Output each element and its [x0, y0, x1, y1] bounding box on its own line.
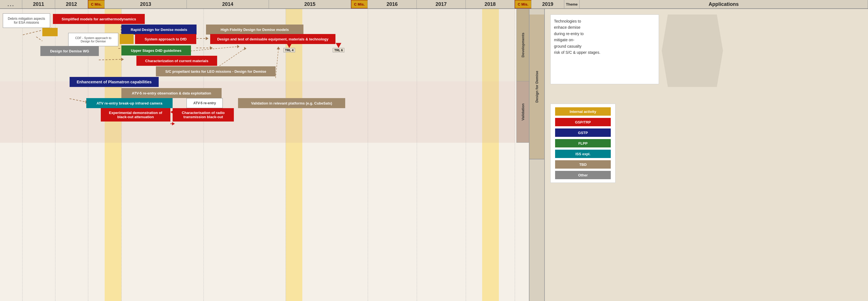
header-2011: 2011	[22, 0, 55, 8]
upper-stages-box: Upper Stages D4D guidelines	[121, 46, 191, 55]
trl6-marker: TRL 6	[333, 43, 344, 52]
trl4-label: TRL 4	[283, 48, 295, 52]
validation-bg	[0, 81, 515, 143]
exp-demo-box: Experimental demonstration ofblack-out a…	[101, 108, 170, 121]
legend-item-other: Other	[555, 171, 611, 179]
sc-propellant-box: S/C propellant tanks for LEO missions - …	[156, 66, 276, 76]
developments-label: Developments	[521, 33, 525, 57]
legend-other-color: Other	[555, 171, 611, 179]
gold-box-2011	[42, 28, 58, 36]
legend-item-internal: Internal activity	[555, 107, 611, 116]
developments-theme: Developments	[517, 9, 529, 81]
rapid-design-box: Rapid Design for Demise models	[121, 25, 196, 34]
legend-internal-color: Internal activity	[555, 107, 611, 116]
plasmatron-box: Enhancement of Plasmatron capabilities	[70, 77, 159, 87]
validation-platforms-box: Validation in relevant platforms (e.g. C…	[238, 98, 345, 108]
trl6-triangle	[336, 43, 341, 48]
theme-col: Design for Demise	[529, 9, 544, 301]
legend-item-flpp: FLPP	[555, 139, 611, 147]
legend-flpp-color: FLPP	[555, 139, 611, 147]
atv-camera-box: ATV re-entry break-up infrared camera	[86, 98, 173, 108]
legend-item-tbd: TBD	[555, 160, 611, 169]
header-2013: 2013	[105, 0, 187, 8]
debris-mitigation-box: Debris mitigation aspectsfor ESA mission…	[3, 13, 50, 28]
validation-label: Validation	[521, 103, 525, 120]
design-for-demise-label: Design for Demise	[535, 71, 539, 103]
applications-panel: Technologies toenhace demiseduring re-en…	[544, 9, 868, 301]
header-2016: 2016	[368, 0, 417, 8]
header-2017: 2017	[417, 0, 466, 8]
trl4-marker: TRL 4	[283, 43, 295, 52]
validation-theme: Validation	[517, 81, 529, 143]
main-container: ... 2011 2012 C Mis. 2013 2014 2015 C Mi…	[0, 0, 868, 301]
cdf-system-box: CDF - System approach toDesign for Demis…	[68, 33, 118, 46]
design-for-demise-theme: Design for Demise	[529, 15, 544, 159]
applications-text-box: Technologies toenhace demiseduring re-en…	[550, 15, 659, 84]
system-approach-box: System approach to DfD	[135, 34, 196, 44]
gold-box-2013	[120, 34, 134, 44]
high-fidelity-box: High Fidelity Design for Demise models	[206, 25, 304, 34]
header-2012: 2012	[55, 0, 88, 8]
header-2019: 2019	[531, 0, 564, 8]
hexagon-applications	[662, 15, 723, 87]
header-theme: Theme	[564, 0, 580, 8]
legend-item-gsp: GSP/TRP	[555, 118, 611, 126]
legend-box: Internal activity GSP/TRP GSTP FLPP ISS …	[550, 104, 616, 183]
header-cmis-1: C Mis.	[88, 0, 105, 8]
trl4-triangle	[286, 43, 292, 48]
atv5-reentry-box: ATV-5 re-entry	[187, 98, 223, 108]
legend-gstp-color: GSTP	[555, 129, 611, 137]
header-row: ... 2011 2012 C Mis. 2013 2014 2015 C Mi…	[0, 0, 868, 9]
header-cmis-3: C Mis.	[515, 0, 531, 8]
simplified-models-box: Simplified models for aerothermodynamics	[53, 14, 145, 24]
legend-item-gstp: GSTP	[555, 129, 611, 137]
legend-tbd-color: TBD	[555, 160, 611, 169]
header-2018: 2018	[466, 0, 515, 8]
header-2015: 2015	[269, 0, 351, 8]
legend-item-iss: ISS expl.	[555, 150, 611, 158]
design-test-box: Design and test of demisable equipment, …	[210, 34, 336, 44]
design-wg-box: Design for Demise WG	[40, 46, 99, 56]
char-radio-box: Characterisation of radiotransmission bl…	[173, 108, 234, 121]
header-applications: Applications	[580, 0, 868, 8]
char-materials-box: Characterization of current materials	[136, 56, 217, 66]
header-dots: ...	[0, 0, 22, 8]
legend-gsp-color: GSP/TRP	[555, 118, 611, 126]
atv5-observation-box: ATV-5 re-entry observation & data exploi…	[121, 88, 222, 98]
header-2014: 2014	[187, 0, 269, 8]
legend-iss-color: ISS expl.	[555, 150, 611, 158]
header-cmis-2: C Mis.	[351, 0, 368, 8]
trl6-label: TRL 6	[333, 48, 344, 52]
